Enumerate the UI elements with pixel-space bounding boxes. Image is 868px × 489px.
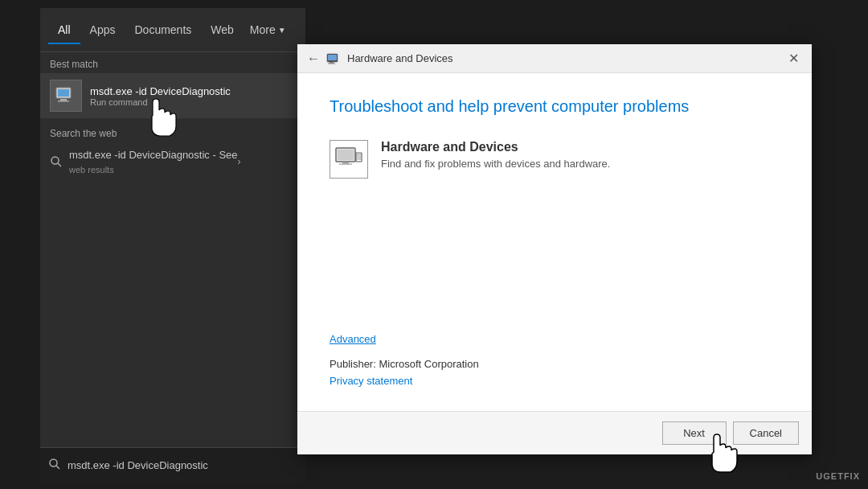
device-section: Hardware and Devices Find and fix proble… [330,140,780,179]
privacy-link[interactable]: Privacy statement [330,375,780,387]
publisher-label: Publisher: [330,358,376,370]
device-info: Hardware and Devices Find and fix proble… [381,140,610,170]
svg-rect-14 [342,162,349,164]
tab-more[interactable]: More ▼ [244,17,293,43]
search-panel: All Apps Documents Web More ▼ Best match… [40,8,305,483]
publisher-line: Publisher: Microsoft Corporation [330,358,780,370]
svg-point-4 [51,157,59,164]
cancel-button[interactable]: Cancel [733,421,799,445]
svg-line-5 [58,163,61,166]
svg-rect-2 [60,99,67,101]
best-match-item[interactable]: msdt.exe -id DeviceDiagnostic Run comman… [40,73,305,118]
back-button[interactable]: ← [307,51,320,66]
close-button[interactable]: ✕ [785,52,802,65]
device-desc: Find and fix problems with devices and h… [381,158,610,170]
spacer [330,195,780,333]
svg-line-7 [56,466,59,469]
svg-rect-18 [358,161,360,162]
dialog-title-icon [326,51,341,66]
best-match-text: msdt.exe -id DeviceDiagnostic Run comman… [90,85,231,107]
advanced-link[interactable]: Advanced [330,333,780,345]
svg-rect-9 [328,55,337,60]
web-search-section: Search the web msdt.exe -id DeviceDiagno… [40,118,305,187]
svg-rect-13 [338,150,354,161]
svg-rect-11 [328,63,335,64]
best-match-title: msdt.exe -id DeviceDiagnostic [90,85,231,97]
svg-rect-1 [58,89,69,97]
svg-rect-17 [357,154,361,160]
watermark: UGETFIX [816,471,860,481]
dialog-body: Troubleshoot and help prevent computer p… [297,73,812,411]
publisher-name: Microsoft Corporation [379,358,478,370]
dialog-heading: Troubleshoot and help prevent computer p… [330,97,780,116]
svg-rect-3 [58,101,69,102]
search-bar[interactable]: msdt.exe -id DeviceDiagnostic [40,447,305,483]
best-match-subtitle: Run command [90,97,231,107]
web-search-item[interactable]: msdt.exe -id DeviceDiagnostic - See web … [40,142,305,181]
web-item-sub: web results [69,165,114,175]
best-match-label: Best match [40,52,305,73]
dialog-title-left: ← Hardware and Devices [307,51,453,66]
arrow-right-icon: › [238,156,241,167]
tab-all[interactable]: All [48,17,80,44]
svg-rect-15 [339,164,352,165]
dialog-title-text: Hardware and Devices [347,52,453,64]
best-match-icon-box [50,80,82,112]
web-item-text: msdt.exe -id DeviceDiagnostic - See [69,149,238,161]
dialog: ← Hardware and Devices ✕ Troubleshoot an… [297,44,812,454]
tab-documents[interactable]: Documents [125,17,201,43]
svg-rect-10 [330,62,334,64]
tab-apps[interactable]: Apps [80,17,125,43]
device-title: Hardware and Devices [381,140,610,154]
chevron-down-icon: ▼ [278,26,286,35]
search-bar-value: msdt.exe -id DeviceDiagnostic [68,459,208,471]
tab-web[interactable]: Web [201,17,244,43]
dialog-titlebar: ← Hardware and Devices ✕ [297,44,812,73]
next-button[interactable]: Next [662,421,727,445]
web-search-icon [50,155,63,168]
web-search-label: Search the web [40,125,305,142]
web-search-text-block: msdt.exe -id DeviceDiagnostic - See web … [69,147,238,176]
tab-more-label: More [250,23,276,36]
device-icon-box [330,140,368,179]
run-command-icon [55,84,77,107]
search-tabs: All Apps Documents Web More ▼ [40,8,305,52]
svg-point-6 [50,459,57,466]
device-icon-svg [334,145,363,174]
dialog-footer: Next Cancel [297,411,812,454]
search-content: Best match msdt.exe -id DeviceDiagnostic… [40,52,305,447]
search-bar-icon [48,458,61,473]
